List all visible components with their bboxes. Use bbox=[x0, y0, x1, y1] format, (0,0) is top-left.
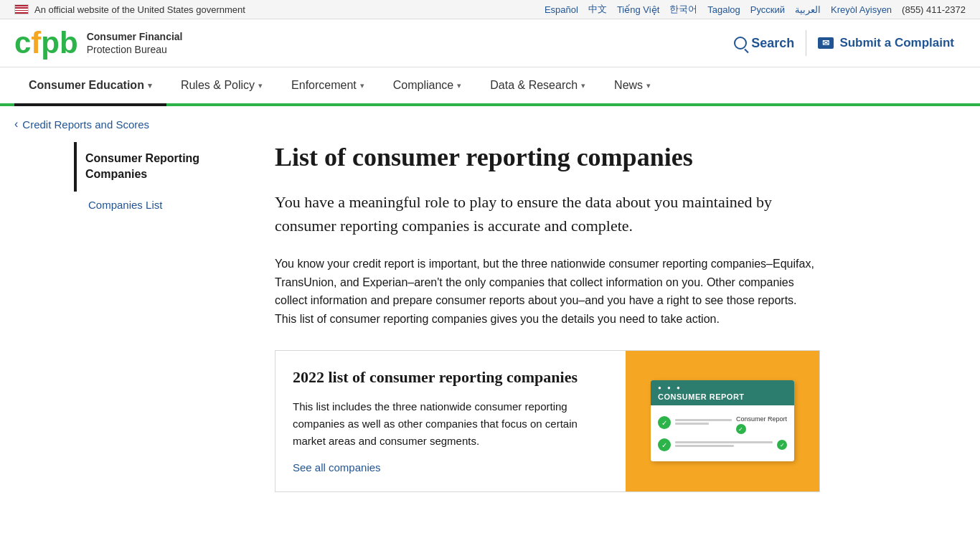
nav-data-research[interactable]: Data & Research ▾ bbox=[476, 67, 600, 103]
report-line-short-2 bbox=[675, 445, 734, 447]
report-card: 2022 list of consumer reporting companie… bbox=[275, 350, 820, 492]
nav-news[interactable]: News ▾ bbox=[600, 67, 665, 103]
language-links: Español 中文 Tiếng Việt 한국어 Tagalog Русски… bbox=[545, 3, 966, 16]
lang-creole[interactable]: Kreyòl Ayisyen bbox=[831, 4, 892, 15]
breadcrumb-link[interactable]: ‹ Credit Reports and Scores bbox=[14, 118, 966, 131]
report-lines-1 bbox=[675, 419, 732, 426]
nav-news-label: News bbox=[614, 79, 643, 92]
complaint-button[interactable]: Submit a Complaint bbox=[806, 30, 966, 56]
org-name: Consumer Financial Protection Bureau bbox=[87, 30, 183, 56]
search-label: Search bbox=[751, 36, 794, 51]
nav-rules-policy[interactable]: Rules & Policy ▾ bbox=[166, 67, 277, 103]
check-icon-2: ✓ bbox=[658, 438, 671, 451]
sidebar: Consumer Reporting Companies Companies L… bbox=[74, 142, 246, 492]
nav-enforcement[interactable]: Enforcement ▾ bbox=[277, 67, 379, 103]
nav-compliance[interactable]: Compliance ▾ bbox=[379, 67, 476, 103]
lead-paragraph: You have a meaningful role to play to en… bbox=[275, 190, 820, 237]
page-title: List of consumer reporting companies bbox=[275, 142, 820, 173]
report-line bbox=[675, 419, 732, 421]
check-icon-1: ✓ bbox=[658, 416, 671, 429]
nav-rules-policy-label: Rules & Policy bbox=[181, 79, 255, 92]
report-row-1: ✓ Consumer Report ✓ bbox=[658, 411, 787, 434]
lang-tagalog[interactable]: Tagalog bbox=[707, 4, 740, 15]
lang-russian[interactable]: Русский bbox=[750, 4, 785, 15]
nav-consumer-education[interactable]: Consumer Education ▾ bbox=[14, 67, 166, 106]
org-name-line2: Protection Bureau bbox=[87, 44, 167, 55]
lang-chinese[interactable]: 中文 bbox=[588, 3, 607, 16]
site-header: cfpb Consumer Financial Protection Burea… bbox=[0, 19, 980, 67]
logo-c: c bbox=[14, 26, 31, 60]
logo-p: p bbox=[41, 26, 60, 60]
sidebar-section-title: Consumer Reporting Companies bbox=[74, 142, 246, 192]
header-actions: Search Submit a Complaint bbox=[722, 30, 966, 57]
main-content: List of consumer reporting companies You… bbox=[275, 142, 820, 492]
complaint-label: Submit a Complaint bbox=[839, 36, 954, 50]
chevron-down-icon: ▾ bbox=[646, 81, 651, 90]
chevron-down-icon: ▾ bbox=[457, 81, 461, 90]
report-body: ✓ Consumer Report ✓ bbox=[651, 405, 794, 461]
breadcrumb: ‹ Credit Reports and Scores bbox=[0, 106, 980, 142]
body-paragraph: You know your credit report is important… bbox=[275, 255, 820, 328]
phone-number: (855) 411-2372 bbox=[902, 4, 966, 15]
top-bar: An official website of the United States… bbox=[0, 0, 980, 19]
logo-area: cfpb Consumer Financial Protection Burea… bbox=[14, 28, 182, 58]
nav-consumer-education-label: Consumer Education bbox=[29, 79, 144, 92]
report-dots: ● ● ● bbox=[658, 385, 787, 391]
email-icon bbox=[818, 37, 834, 49]
nav-compliance-label: Compliance bbox=[393, 79, 453, 92]
lang-arabic[interactable]: العربية bbox=[795, 4, 821, 15]
report-lines-2 bbox=[675, 441, 773, 448]
see-all-companies-link[interactable]: See all companies bbox=[293, 461, 381, 474]
search-icon bbox=[734, 37, 747, 50]
main-layout: Consumer Reporting Companies Companies L… bbox=[60, 142, 920, 521]
nav-enforcement-label: Enforcement bbox=[291, 79, 357, 92]
report-line-2 bbox=[675, 441, 773, 443]
nav-data-research-label: Data & Research bbox=[490, 79, 578, 92]
main-nav: Consumer Education ▾ Rules & Policy ▾ En… bbox=[0, 67, 980, 106]
official-text: An official website of the United States… bbox=[34, 4, 245, 15]
cfpb-logo: cfpb bbox=[14, 28, 78, 58]
lang-espanol[interactable]: Español bbox=[545, 4, 578, 15]
report-row-2: ✓ ✓ bbox=[658, 438, 787, 451]
report-card-visual: ● ● ● CONSUMER REPORT ✓ bbox=[651, 380, 794, 461]
check-icon-right-2: ✓ bbox=[777, 440, 787, 450]
breadcrumb-label: Credit Reports and Scores bbox=[22, 118, 149, 131]
chevron-down-icon: ▾ bbox=[360, 81, 364, 90]
lang-vietnamese[interactable]: Tiếng Việt bbox=[617, 4, 659, 15]
card-title: 2022 list of consumer reporting companie… bbox=[293, 368, 608, 387]
sidebar-companies-list-link[interactable]: Companies List bbox=[74, 192, 246, 218]
card-image: ● ● ● CONSUMER REPORT ✓ bbox=[626, 351, 819, 491]
org-name-line1: Consumer Financial bbox=[87, 30, 183, 43]
report-mockup: ● ● ● CONSUMER REPORT ✓ bbox=[636, 380, 809, 461]
back-arrow-icon: ‹ bbox=[14, 118, 18, 131]
official-notice: An official website of the United States… bbox=[14, 4, 245, 15]
chevron-down-icon: ▾ bbox=[258, 81, 263, 90]
report-header: ● ● ● CONSUMER REPORT bbox=[651, 380, 794, 405]
chevron-down-icon: ▾ bbox=[148, 81, 152, 90]
chevron-down-icon: ▾ bbox=[581, 81, 585, 90]
us-flag-icon bbox=[14, 4, 29, 14]
search-button[interactable]: Search bbox=[722, 30, 806, 57]
logo-b: b bbox=[60, 26, 78, 60]
lang-korean[interactable]: 한국어 bbox=[669, 3, 697, 16]
report-label: Consumer Report bbox=[736, 415, 787, 423]
report-line-short bbox=[675, 423, 709, 425]
card-text: This list includes the three nationwide … bbox=[293, 398, 608, 450]
logo-f: f bbox=[31, 26, 41, 60]
check-icon-right: ✓ bbox=[736, 424, 746, 434]
report-header-label: CONSUMER REPORT bbox=[658, 392, 745, 401]
card-content: 2022 list of consumer reporting companie… bbox=[275, 351, 626, 491]
